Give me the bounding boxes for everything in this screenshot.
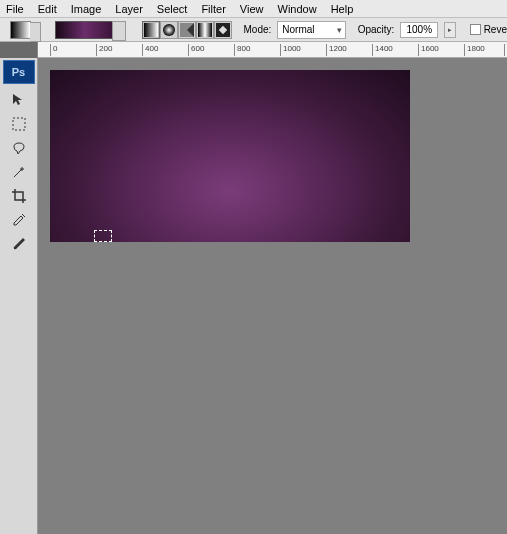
tools-panel: Ps bbox=[0, 58, 38, 534]
opacity-input[interactable]: 100% bbox=[400, 22, 438, 38]
svg-rect-3 bbox=[198, 23, 212, 37]
lasso-tool[interactable] bbox=[6, 137, 32, 159]
menu-view[interactable]: View bbox=[240, 3, 264, 15]
foreground-swatch[interactable] bbox=[10, 21, 31, 39]
reverse-checkbox[interactable] bbox=[470, 24, 481, 35]
menu-filter[interactable]: Filter bbox=[201, 3, 225, 15]
brush-tool[interactable] bbox=[6, 233, 32, 255]
gradient-radial-button[interactable] bbox=[160, 21, 178, 39]
menu-edit[interactable]: Edit bbox=[38, 3, 57, 15]
marquee-tool[interactable] bbox=[6, 113, 32, 135]
options-bar: Mode: Normal Opacity: 100% ▸ Reve bbox=[0, 18, 507, 42]
workspace: Ps bbox=[0, 58, 507, 534]
gradient-type-group bbox=[142, 21, 232, 39]
svg-point-1 bbox=[163, 24, 175, 36]
gradient-angle-button[interactable] bbox=[178, 21, 196, 39]
ruler-tick: 0 bbox=[50, 44, 57, 56]
ruler-tick: 400 bbox=[142, 44, 158, 56]
menu-select[interactable]: Select bbox=[157, 3, 188, 15]
canvas-viewport[interactable] bbox=[38, 58, 507, 534]
svg-rect-0 bbox=[144, 23, 158, 37]
opacity-label: Opacity: bbox=[358, 24, 395, 35]
menu-bar: File Edit Image Layer Select Filter View… bbox=[0, 0, 507, 18]
gradient-reflected-button[interactable] bbox=[196, 21, 214, 39]
ruler-tick: 1800 bbox=[464, 44, 485, 56]
horizontal-ruler: 0 200 400 600 800 1000 1200 1400 1600 18… bbox=[0, 42, 507, 58]
document-canvas[interactable] bbox=[50, 70, 410, 242]
gradient-linear-button[interactable] bbox=[142, 21, 160, 39]
move-tool[interactable] bbox=[6, 89, 32, 111]
opacity-flyout-button[interactable]: ▸ bbox=[444, 22, 455, 38]
mode-dropdown[interactable]: Normal bbox=[277, 21, 345, 39]
ruler-tick: 1400 bbox=[372, 44, 393, 56]
ruler-tick: 1200 bbox=[326, 44, 347, 56]
svg-rect-6 bbox=[13, 118, 25, 130]
mode-value: Normal bbox=[282, 24, 314, 35]
ruler-tick: 1600 bbox=[418, 44, 439, 56]
reverse-label: Reve bbox=[484, 24, 507, 35]
wand-tool[interactable] bbox=[6, 161, 32, 183]
eyedropper-tool[interactable] bbox=[6, 209, 32, 231]
menu-file[interactable]: File bbox=[6, 3, 24, 15]
ruler-tick: 200 bbox=[96, 44, 112, 56]
ruler-tick: 800 bbox=[234, 44, 250, 56]
mode-label: Mode: bbox=[244, 24, 272, 35]
ruler-origin[interactable] bbox=[0, 42, 38, 58]
menu-layer[interactable]: Layer bbox=[115, 3, 143, 15]
reverse-checkbox-group[interactable]: Reve bbox=[470, 24, 507, 35]
ruler-tick: 600 bbox=[188, 44, 204, 56]
menu-window[interactable]: Window bbox=[278, 3, 317, 15]
gradient-preview[interactable] bbox=[55, 21, 114, 39]
gradient-diamond-button[interactable] bbox=[214, 21, 232, 39]
menu-image[interactable]: Image bbox=[71, 3, 102, 15]
app-logo: Ps bbox=[3, 60, 35, 84]
crop-tool[interactable] bbox=[6, 185, 32, 207]
ruler-tick: 1000 bbox=[280, 44, 301, 56]
selection-marquee bbox=[94, 230, 112, 242]
menu-help[interactable]: Help bbox=[331, 3, 354, 15]
